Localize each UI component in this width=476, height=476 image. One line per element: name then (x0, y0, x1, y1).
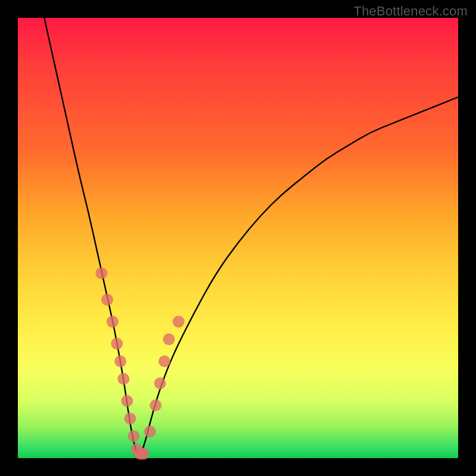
highlighted-point (101, 294, 113, 306)
highlighted-point (121, 395, 133, 407)
highlighted-point (111, 338, 123, 350)
highlighted-point (144, 426, 156, 438)
highlighted-point (124, 412, 136, 424)
outer-frame: TheBottleneck.com (0, 0, 476, 476)
highlighted-point (107, 316, 118, 328)
highlighted-point (163, 333, 175, 345)
highlighted-point (150, 399, 162, 411)
highlighted-point (96, 267, 108, 279)
highlighted-points-group (96, 267, 185, 459)
bottleneck-curve-svg (18, 18, 458, 458)
highlighted-point (128, 430, 140, 442)
highlighted-point (154, 377, 166, 389)
highlighted-point (114, 355, 126, 367)
highlighted-point (118, 373, 130, 385)
highlighted-point (173, 316, 184, 328)
bottleneck-curve-line (44, 18, 458, 454)
highlighted-point (137, 448, 149, 460)
attribution-text: TheBottleneck.com (353, 4, 468, 19)
highlighted-point (158, 355, 170, 367)
plot-area (18, 18, 458, 458)
